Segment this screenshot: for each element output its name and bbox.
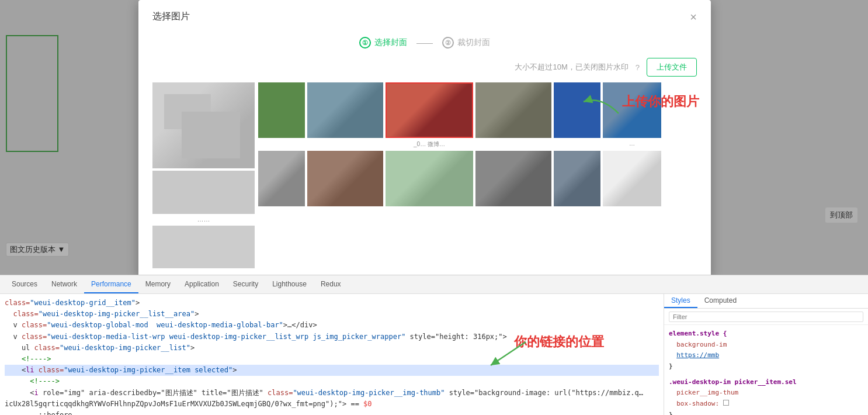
modal-close-button[interactable]: × xyxy=(690,11,697,23)
step-2[interactable]: ② 裁切封面 xyxy=(442,37,490,49)
html-line-6: <!----> xyxy=(5,354,659,365)
style-prop-1: background-im xyxy=(669,340,863,351)
devtools-panel: Sources Network Performance Memory Appli… xyxy=(0,275,868,415)
tab-performance[interactable]: Performance xyxy=(84,275,138,293)
style-selector-2: .weui-desktop-im picker__item.sel xyxy=(669,377,863,388)
step-separator: —— xyxy=(416,38,433,47)
tab-security[interactable]: Security xyxy=(226,275,265,293)
grid-cell-10[interactable] xyxy=(475,151,551,206)
grid-cell-2[interactable] xyxy=(307,82,383,138)
devtools-body: class="weui-desktop-grid__item"> class="… xyxy=(0,294,868,415)
left-panel: …… xyxy=(152,82,255,268)
style-prop-2: picker__img-thum xyxy=(669,388,863,399)
tab-lighthouse[interactable]: Lighthouse xyxy=(265,275,314,293)
html-line-3: v class="weui-desktop-global-mod weui-de… xyxy=(5,320,659,331)
upload-arrow-icon xyxy=(578,90,624,119)
styles-tab-computed[interactable]: Computed xyxy=(697,294,744,308)
large-image-extra[interactable] xyxy=(152,226,255,269)
html-line-7-selected[interactable]: <li class="weui-desktop-img-picker__item… xyxy=(5,365,659,376)
grid-cell-12[interactable] xyxy=(603,151,661,206)
grid-cell-4[interactable] xyxy=(475,82,551,138)
tab-network[interactable]: Network xyxy=(44,275,84,293)
steps-indicator: ① 选择封面 —— ② 裁切封面 xyxy=(138,31,711,58)
tab-redux[interactable]: Redux xyxy=(314,275,348,293)
devtools-tab-bar: Sources Network Performance Memory Appli… xyxy=(0,275,868,294)
styles-tab-styles[interactable]: Styles xyxy=(664,294,697,308)
tab-application[interactable]: Application xyxy=(178,275,226,293)
upload-toolbar: 大小不超过10M，已关闭图片水印 ? 上传文件 xyxy=(152,58,697,77)
html-line-9: <i role="img" aria-describedby="图片描述" ti… xyxy=(5,388,647,399)
image-picker-modal: 选择图片 × ① 选择封面 —— ② 裁切封面 大小不超过10M，已关闭图片水印… xyxy=(138,0,711,278)
style-selector-1: element.style { xyxy=(669,328,863,340)
modal-header: 选择图片 × xyxy=(138,0,711,31)
grid-cell-8[interactable] xyxy=(307,151,383,206)
grid-cell-7[interactable] xyxy=(258,151,305,206)
grid-row-2 xyxy=(258,151,697,206)
grid-cell-11[interactable] xyxy=(554,151,600,206)
style-block-1-close: } xyxy=(669,361,863,372)
devtools-styles-panel: Styles Computed element.style { backgrou… xyxy=(664,294,868,415)
scroll-position: …… xyxy=(152,214,255,224)
styles-content-area: element.style { background-im https://mm… xyxy=(664,325,868,415)
link-arrow-icon xyxy=(479,336,537,371)
grid-cell-3[interactable] xyxy=(386,82,473,138)
modal-title: 选择图片 xyxy=(152,11,190,23)
step-1[interactable]: ① 选择封面 xyxy=(359,37,407,49)
step-1-label: 选择封面 xyxy=(374,37,407,48)
html-line-2: class="weui-desktop-img-picker__list__ar… xyxy=(5,309,659,320)
step-2-circle: ② xyxy=(442,37,454,49)
html-line-11: ::before xyxy=(5,410,659,415)
html-line-1: class="weui-desktop-grid__item"> xyxy=(5,298,659,309)
styles-filter-area xyxy=(664,309,868,325)
upload-file-button[interactable]: 上传文件 xyxy=(647,58,697,77)
annotation-upload-text: 上传你的图片 xyxy=(622,93,699,110)
styles-tab-bar: Styles Computed xyxy=(664,294,868,309)
large-image-top[interactable] xyxy=(152,82,255,168)
style-val-link-1: https://mmb xyxy=(669,350,863,361)
html-line-10: icUx28l5gqrticqqdkhgRYWVoFHlhnpZQpvJoMsF… xyxy=(5,399,659,410)
grid-cell-9[interactable] xyxy=(386,151,473,206)
devtools-html-panel: class="weui-desktop-grid__item"> class="… xyxy=(0,294,664,415)
tab-memory[interactable]: Memory xyxy=(138,275,178,293)
style-block-element: element.style { background-im https://mm… xyxy=(669,328,863,372)
styles-filter-input[interactable] xyxy=(669,312,863,322)
step-1-circle: ① xyxy=(359,37,371,49)
tab-sources[interactable]: Sources xyxy=(5,275,44,293)
html-line-8: <!----> xyxy=(5,376,659,387)
upload-hint-text: 大小不超过10M，已关闭图片水印 xyxy=(515,62,628,72)
grid-cell-1[interactable] xyxy=(258,82,305,138)
large-image-bottom[interactable] xyxy=(152,171,255,214)
watermark-help-icon[interactable]: ? xyxy=(636,63,640,72)
style-block-2-close: } xyxy=(669,410,863,415)
grid-row-1-labels: _0… 微博… … xyxy=(258,140,697,148)
style-block-picker: .weui-desktop-im picker__item.sel picker… xyxy=(669,377,863,415)
step-2-label: 裁切封面 xyxy=(457,37,490,48)
modal-body: 大小不超过10M，已关闭图片水印 ? 上传文件 上传你的图片 xyxy=(138,58,711,278)
style-prop-3: box-shadow: xyxy=(669,399,863,410)
